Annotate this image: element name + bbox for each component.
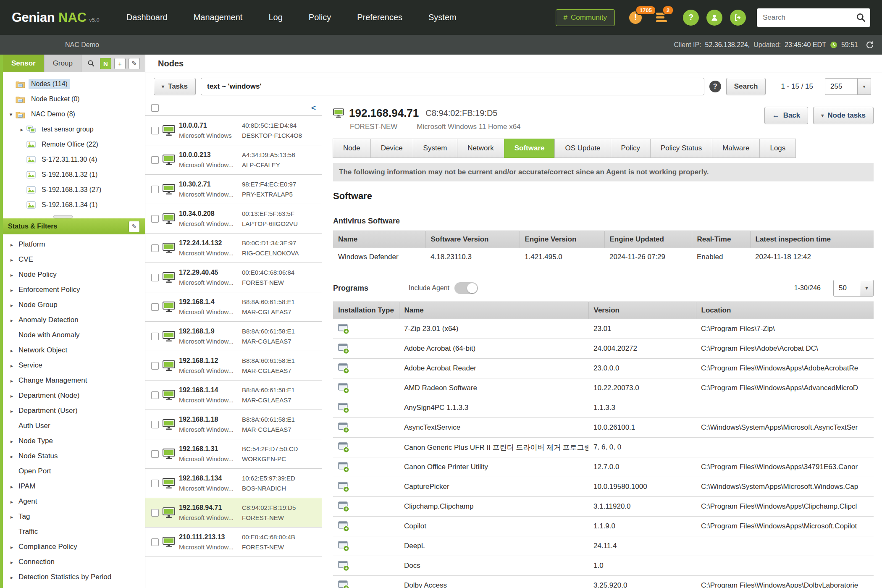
filter-item[interactable]: Network Object: [3, 343, 145, 358]
tree-item[interactable]: Node Bucket (0): [3, 92, 145, 107]
filter-item[interactable]: CVE: [3, 252, 145, 267]
tree-item[interactable]: S-192.168.1.34 (1): [3, 197, 145, 213]
select-all-checkbox[interactable]: [151, 104, 159, 112]
row-checkbox[interactable]: [151, 303, 159, 311]
filter-item[interactable]: Auth User: [3, 418, 145, 433]
node-row[interactable]: 172.24.14.132 B0:0C:D1:34:3E:97 Microsof…: [145, 234, 322, 263]
community-button[interactable]: # Community: [556, 9, 615, 26]
account-button[interactable]: [706, 10, 722, 26]
row-checkbox[interactable]: [151, 362, 159, 370]
detail-tab[interactable]: OS Update: [554, 139, 611, 158]
filter-item[interactable]: Service: [3, 358, 145, 373]
logout-button[interactable]: [730, 10, 746, 26]
node-row[interactable]: 10.0.0.213 A4:34:D9:A5:13:56 Microsoft W…: [145, 145, 322, 175]
search-icon[interactable]: [856, 13, 866, 23]
filter-item[interactable]: Connection: [3, 554, 145, 570]
filter-item[interactable]: Agent: [3, 494, 145, 509]
tree-item[interactable]: Nodes (114): [3, 76, 145, 92]
filter-item[interactable]: Department (User): [3, 403, 145, 418]
filter-item[interactable]: Node Status: [3, 449, 145, 464]
tree-item[interactable]: S-172.31.11.30 (4): [3, 152, 145, 167]
tree-resize-handle[interactable]: [53, 215, 73, 218]
tab-sensor[interactable]: Sensor: [3, 55, 45, 72]
filter-item[interactable]: Node Policy: [3, 267, 145, 282]
node-row[interactable]: 172.29.40.45 00:E0:4C:68:06:84 Microsoft…: [145, 263, 322, 292]
expand-right-icon[interactable]: [21, 127, 24, 132]
filter-item[interactable]: Department (Node): [3, 388, 145, 403]
node-row[interactable]: 192.168.1.31 BC:54:2F:D7:50:CD Microsoft…: [145, 439, 322, 469]
tab-group[interactable]: Group: [45, 55, 81, 72]
row-checkbox[interactable]: [151, 186, 159, 193]
refresh-icon[interactable]: [865, 40, 874, 50]
detail-tab[interactable]: Logs: [759, 139, 796, 158]
detail-tab[interactable]: Policy: [611, 139, 651, 158]
row-checkbox[interactable]: [151, 450, 159, 458]
node-row[interactable]: 192.168.1.134 10:62:E5:97:39:ED Microsof…: [145, 469, 322, 498]
back-button[interactable]: ← Back: [764, 107, 808, 124]
row-checkbox[interactable]: [151, 274, 159, 281]
row-checkbox[interactable]: [151, 215, 159, 223]
detail-tab[interactable]: Node: [333, 139, 371, 158]
detail-tab[interactable]: Network: [457, 139, 504, 158]
filter-item[interactable]: Anomaly Detection: [3, 312, 145, 328]
help-button[interactable]: ?: [683, 10, 699, 26]
row-checkbox[interactable]: [151, 421, 159, 428]
filter-item[interactable]: Tag: [3, 509, 145, 524]
detail-tab[interactable]: System: [413, 139, 458, 158]
filter-item[interactable]: Change Management: [3, 373, 145, 388]
row-checkbox[interactable]: [151, 509, 159, 517]
tree-item[interactable]: Remote Office (22): [3, 137, 145, 152]
row-checkbox[interactable]: [151, 244, 159, 252]
row-checkbox[interactable]: [151, 480, 159, 487]
node-row[interactable]: 192.168.1.12 B8:8A:60:61:58:E1 Microsoft…: [145, 351, 322, 381]
filters-edit-icon[interactable]: ✎: [129, 221, 140, 232]
row-checkbox[interactable]: [151, 391, 159, 399]
row-checkbox[interactable]: [151, 127, 159, 134]
node-filter-input[interactable]: [201, 78, 704, 95]
menu-item[interactable]: Management: [194, 13, 243, 22]
detail-tab[interactable]: Software: [504, 139, 555, 158]
row-checkbox[interactable]: [151, 538, 159, 546]
menu-item[interactable]: Policy: [309, 13, 331, 22]
node-row[interactable]: 192.168.1.9 B8:8A:60:61:58:E1 Microsoft …: [145, 322, 322, 351]
tree-item[interactable]: S-192.168.1.33 (27): [3, 182, 145, 197]
filter-item[interactable]: IPAM: [3, 479, 145, 494]
tree-item[interactable]: NAC Demo (8): [3, 107, 145, 122]
global-search-input[interactable]: [757, 8, 870, 27]
include-agent-toggle[interactable]: [454, 282, 478, 294]
tree-search-icon[interactable]: [86, 58, 97, 69]
tree-item[interactable]: S-192.168.1.32 (1): [3, 167, 145, 182]
collapse-list-icon[interactable]: <: [311, 103, 316, 113]
detail-tab[interactable]: Malware: [712, 139, 760, 158]
filter-item[interactable]: Detection Statistics by Period: [3, 570, 145, 585]
programs-page-size-select[interactable]: 50 ▾: [833, 280, 874, 297]
node-tasks-button[interactable]: ▾ Node tasks: [813, 107, 874, 124]
filter-help-icon[interactable]: ?: [709, 81, 721, 92]
alerts-button[interactable]: ! 1705: [629, 11, 642, 24]
menu-item[interactable]: System: [428, 13, 457, 22]
expand-down-icon[interactable]: [10, 112, 13, 117]
tasks-button[interactable]: ▾ Tasks: [154, 78, 196, 95]
node-row[interactable]: 192.168.1.14 B8:8A:60:61:58:E1 Microsoft…: [145, 381, 322, 410]
filter-item[interactable]: Node Type: [3, 433, 145, 449]
filter-item[interactable]: Open Port: [3, 464, 145, 479]
node-row[interactable]: 192.168.1.18 B8:8A:60:61:58:E1 Microsoft…: [145, 410, 322, 439]
filter-item[interactable]: Platform: [3, 237, 145, 252]
detail-tab[interactable]: Device: [370, 139, 413, 158]
new-node-icon[interactable]: N: [100, 58, 111, 69]
node-row[interactable]: 192.168.94.71 C8:94:02:FB:19:D5 Microsof…: [145, 498, 322, 528]
nodes-page-size-select[interactable]: 255 ▾: [825, 78, 871, 95]
filter-item[interactable]: Node with Anomaly: [3, 328, 145, 343]
menu-item[interactable]: Log: [268, 13, 282, 22]
tree-item[interactable]: test sensor group: [3, 122, 145, 137]
row-checkbox[interactable]: [151, 156, 159, 164]
add-icon[interactable]: +: [114, 58, 126, 69]
search-button[interactable]: Search: [726, 78, 766, 95]
filter-item[interactable]: Node Group: [3, 297, 145, 312]
row-checkbox[interactable]: [151, 333, 159, 340]
filter-item[interactable]: Enforcement Policy: [3, 282, 145, 297]
brand-logo[interactable]: Genian NAC v5.0: [12, 10, 100, 25]
detail-tab[interactable]: Policy Status: [650, 139, 712, 158]
node-row[interactable]: 210.111.213.13 00:E0:4C:68:00:4B Microso…: [145, 528, 322, 557]
filter-item[interactable]: Compliance Policy: [3, 539, 145, 554]
